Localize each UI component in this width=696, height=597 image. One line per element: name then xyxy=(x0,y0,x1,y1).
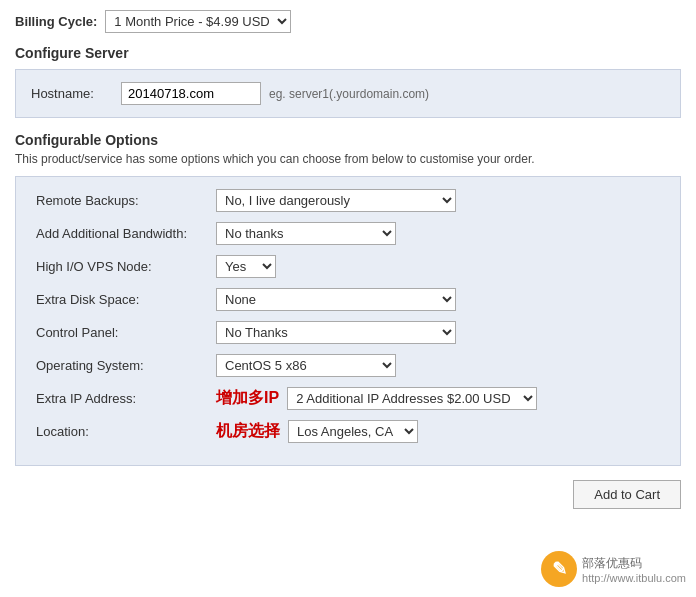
control-panel-select[interactable]: No Thanks cPanel Plesk xyxy=(216,321,456,344)
location-label: Location: xyxy=(36,424,216,439)
add-to-cart-button[interactable]: Add to Cart xyxy=(573,480,681,509)
configurable-options-desc: This product/service has some options wh… xyxy=(15,152,681,166)
billing-cycle-label: Billing Cycle: xyxy=(15,14,97,29)
billing-cycle-select[interactable]: 1 Month Price - $4.99 USD 3 Month Price … xyxy=(105,10,291,33)
extra-ip-label: Extra IP Address: xyxy=(36,391,216,406)
watermark-url: http://www.itbulu.com xyxy=(582,572,686,584)
options-box: Remote Backups: No, I live dangerously Y… xyxy=(15,176,681,466)
bandwidth-select[interactable]: No thanks 10GB 20GB 50GB xyxy=(216,222,396,245)
hostname-hint: eg. server1(.yourdomain.com) xyxy=(269,87,429,101)
os-row: Operating System: CentOS 5 x86 CentOS 6 … xyxy=(36,354,660,377)
watermark-icon: ✎ xyxy=(541,551,577,587)
hostname-label: Hostname: xyxy=(31,86,121,101)
high-io-select[interactable]: Yes No xyxy=(216,255,276,278)
os-select[interactable]: CentOS 5 x86 CentOS 6 x86 Ubuntu Debian xyxy=(216,354,396,377)
watermark: ✎ 部落优惠码 http://www.itbulu.com xyxy=(541,551,686,587)
extra-ip-cn-label: 增加多IP xyxy=(216,388,279,409)
high-io-label: High I/O VPS Node: xyxy=(36,259,216,274)
remote-backups-label: Remote Backups: xyxy=(36,193,216,208)
remote-backups-select[interactable]: No, I live dangerously Yes, please backu… xyxy=(216,189,456,212)
bandwidth-row: Add Additional Bandwidth: No thanks 10GB… xyxy=(36,222,660,245)
extra-ip-select[interactable]: 2 Additional IP Addresses $2.00 USD None… xyxy=(287,387,537,410)
control-panel-row: Control Panel: No Thanks cPanel Plesk xyxy=(36,321,660,344)
location-row: Location: 机房选择 Los Angeles, CA New York,… xyxy=(36,420,660,443)
location-cn-label: 机房选择 xyxy=(216,421,280,442)
extra-disk-select[interactable]: None 10GB 20GB 50GB xyxy=(216,288,456,311)
configure-server-title: Configure Server xyxy=(15,45,681,61)
configure-server-box: Hostname: eg. server1(.yourdomain.com) xyxy=(15,69,681,118)
bandwidth-label: Add Additional Bandwidth: xyxy=(36,226,216,241)
remote-backups-row: Remote Backups: No, I live dangerously Y… xyxy=(36,189,660,212)
location-select[interactable]: Los Angeles, CA New York, NY Dallas, TX xyxy=(288,420,418,443)
os-label: Operating System: xyxy=(36,358,216,373)
extra-disk-row: Extra Disk Space: None 10GB 20GB 50GB xyxy=(36,288,660,311)
control-panel-label: Control Panel: xyxy=(36,325,216,340)
watermark-text: 部落优惠码 xyxy=(582,555,686,572)
hostname-input[interactable] xyxy=(121,82,261,105)
extra-disk-label: Extra Disk Space: xyxy=(36,292,216,307)
high-io-row: High I/O VPS Node: Yes No xyxy=(36,255,660,278)
extra-ip-row: Extra IP Address: 增加多IP 2 Additional IP … xyxy=(36,387,660,410)
configurable-options-title: Configurable Options xyxy=(15,132,681,148)
